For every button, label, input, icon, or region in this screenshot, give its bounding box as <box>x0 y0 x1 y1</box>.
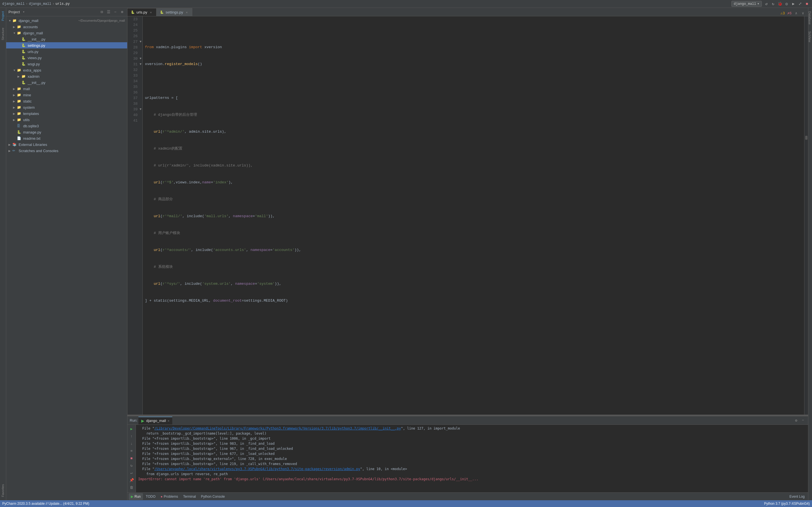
action-tab-todo[interactable]: TODO <box>144 493 158 500</box>
line-num-31: 31 <box>128 61 139 67</box>
action-tab-python-console[interactable]: Python Console <box>199 493 227 500</box>
tree-item-wsgi-py[interactable]: 🐍 wsgi.py <box>6 61 127 67</box>
error-count[interactable]: ✗ 6 <box>786 10 792 16</box>
tree-item-init-py[interactable]: 🐍 __init__.py <box>6 36 127 42</box>
project-selector[interactable]: django_mall ▾ <box>731 1 762 7</box>
code-content[interactable]: from xadmin.plugins import xversion xver… <box>143 16 804 414</box>
refresh-icon[interactable]: ↺ <box>763 1 769 7</box>
rerun-btn[interactable]: ↻ <box>129 462 135 469</box>
close-panel-icon[interactable]: − <box>112 9 118 15</box>
tree-item-external-libs[interactable]: ▶ 📚 External Libraries <box>6 142 127 148</box>
tab-right-icons: ⚠ 3 ✗ 6 ∧ ∨ <box>780 10 808 16</box>
debug-icon[interactable]: 🐞 <box>777 1 783 7</box>
tree-item-db-sqlite3[interactable]: 🗄 db.sqlite3 <box>6 123 127 129</box>
tree-root[interactable]: ▼ 📁 django_mall ~/Documents/Django/djang… <box>6 17 127 24</box>
tab-urls-py[interactable]: 🐍 urls.py × <box>128 8 156 16</box>
mall-name: mall <box>23 87 125 91</box>
tree-item-extra-apps[interactable]: ▼ 📁 extra_apps <box>6 67 127 73</box>
fold-30[interactable]: ▼ <box>139 56 142 61</box>
warning-count[interactable]: ⚠ 3 <box>780 10 785 16</box>
bottom-action-bar: ▶ Run TODO ● Problems Terminal Python Co… <box>128 492 808 500</box>
stop-icon[interactable]: ■ <box>804 1 810 7</box>
run-panel[interactable]: File "/Library/Developer/CommandLineTool… <box>136 425 808 492</box>
tree-item-mine[interactable]: ▶ 📁 mine <box>6 92 127 98</box>
scroll-indicator <box>805 136 808 140</box>
code-editor[interactable]: 23 24 25 26 27 28 29 30 31 32 33 34 35 3… <box>128 16 804 414</box>
tree-item-utils[interactable]: ▶ 📁 utils <box>6 117 127 123</box>
run-link-0[interactable]: /Library/Developer/CommandLineTools/Libr… <box>154 427 401 431</box>
db-name: db.sqlite3 <box>23 124 125 128</box>
tab-settings-py[interactable]: 🐍 settings.py × <box>156 8 192 16</box>
run-link-8[interactable]: /Users/anyaohe/.local/share/virtualenvs/… <box>154 467 360 471</box>
fold-38 <box>139 101 142 107</box>
root-path: ~/Documents/Django/django_mall <box>79 19 125 22</box>
tab-urls-close[interactable]: × <box>149 10 153 14</box>
right-tab-database[interactable]: Database <box>808 8 812 28</box>
expand-icon[interactable]: ⤢ <box>797 1 803 7</box>
run-icon[interactable]: ▶ <box>791 1 796 7</box>
breadcrumb-item-1[interactable]: django_mall <box>2 2 24 6</box>
mine-name: mine <box>23 93 125 97</box>
action-tab-run[interactable]: ▶ Run <box>129 493 143 500</box>
tree-item-readme-txt[interactable]: 📄 readme.txt <box>6 135 127 142</box>
templates-arrow: ▶ <box>13 112 17 115</box>
tree-item-extra-init-py[interactable]: 🐍 __init__.py <box>6 79 127 86</box>
line-num-24: 24 <box>128 22 139 27</box>
tree-item-templates[interactable]: ▶ 📁 templates <box>6 110 127 117</box>
fold-31[interactable]: ▼ <box>139 61 142 67</box>
panel-dropdown-icon[interactable]: ▾ <box>22 10 24 14</box>
tree-item-static[interactable]: ▶ 📁 static <box>6 98 127 104</box>
wrap-btn[interactable]: ↵ <box>129 470 135 476</box>
expand-editor-icon[interactable]: ∧ <box>794 10 799 16</box>
sidebar-tab-favorites[interactable]: Favorites <box>0 481 6 500</box>
tree-item-accounts[interactable]: ▶ 📁 accounts <box>6 24 127 30</box>
minimize-icon[interactable]: ⊕ <box>119 9 125 15</box>
action-tab-event-log[interactable]: Event Log <box>787 493 807 500</box>
status-update-msg: PyCharm 2020.3.5 available // Update... … <box>2 502 89 506</box>
collapse-editor-icon[interactable]: ∨ <box>800 10 806 16</box>
fold-26 <box>139 33 142 39</box>
fold-27[interactable]: ▼ <box>139 39 142 45</box>
python-console-action-label: Python Console <box>201 495 225 499</box>
code-line-31: # url(r'xadmin/', include(xadmin.site.ur… <box>145 163 802 168</box>
python-version[interactable]: Python 3.7 (py3.7-XSPubnG4) <box>764 502 810 506</box>
coverage-icon[interactable]: ◎ <box>784 1 790 7</box>
fold-39[interactable]: ▼ <box>139 107 142 112</box>
tab-settings-close[interactable]: × <box>185 10 189 14</box>
right-gutter[interactable] <box>804 16 808 414</box>
filter-btn[interactable]: ≡ <box>129 448 135 454</box>
action-tab-problems[interactable]: ● Problems <box>158 493 180 500</box>
bottom-settings-icon[interactable]: ⚙ <box>794 418 799 424</box>
tree-item-views-py[interactable]: 🐍 views.py <box>6 55 127 61</box>
settings-py-name: settings.py <box>28 43 125 48</box>
scroll-down-btn[interactable]: ↓ <box>129 441 135 447</box>
tree-item-mall[interactable]: ▶ 📁 mall <box>6 86 127 92</box>
sidebar-tab-project[interactable]: Project <box>0 8 6 24</box>
breadcrumb-item-2[interactable]: django_mall <box>29 2 51 6</box>
manage-py-icon: 🐍 <box>17 130 22 134</box>
tree-item-django-mall-dir[interactable]: ▼ 📁 django_mall <box>6 30 127 36</box>
sidebar-tab-structure[interactable]: Structure <box>0 24 6 44</box>
close-run-btn[interactable]: 📌 <box>129 477 135 483</box>
stop-run-btn[interactable]: ■ <box>129 455 135 461</box>
right-tab-sciview[interactable]: SciView <box>808 28 812 46</box>
clear-btn[interactable]: 🗑 <box>129 485 135 491</box>
rerun-icon[interactable]: ↻ <box>770 1 776 7</box>
collapse-all-icon[interactable]: ⊟ <box>99 9 105 15</box>
settings-icon[interactable]: ☰ <box>106 9 111 15</box>
tree-item-scratches[interactable]: ▶ ✏ Scratches and Consoles <box>6 148 127 154</box>
tree-item-system[interactable]: ▶ 📁 system <box>6 104 127 110</box>
tree-item-manage-py[interactable]: 🐍 manage.py <box>6 129 127 135</box>
line-num-26: 26 <box>128 33 139 39</box>
tree-item-settings-py[interactable]: 🐍 settings.py <box>6 42 127 48</box>
action-tab-terminal[interactable]: Terminal <box>181 493 198 500</box>
bottom-minimize-icon[interactable]: − <box>800 418 806 424</box>
scroll-up-btn[interactable]: ↑ <box>129 433 135 439</box>
tree-item-xadmin[interactable]: ▶ 📁 xadmin <box>6 73 127 79</box>
bottom-tab-django-mall[interactable]: ▶ django_mall × <box>139 416 172 425</box>
tree-item-urls-py[interactable]: 🐍 urls.py <box>6 48 127 55</box>
run-tab-close[interactable]: × <box>168 419 169 422</box>
code-line-35: # 用户账户模块 <box>145 230 802 236</box>
extra-init-arrow <box>17 81 21 84</box>
run-btn[interactable]: ▶ <box>129 426 135 432</box>
